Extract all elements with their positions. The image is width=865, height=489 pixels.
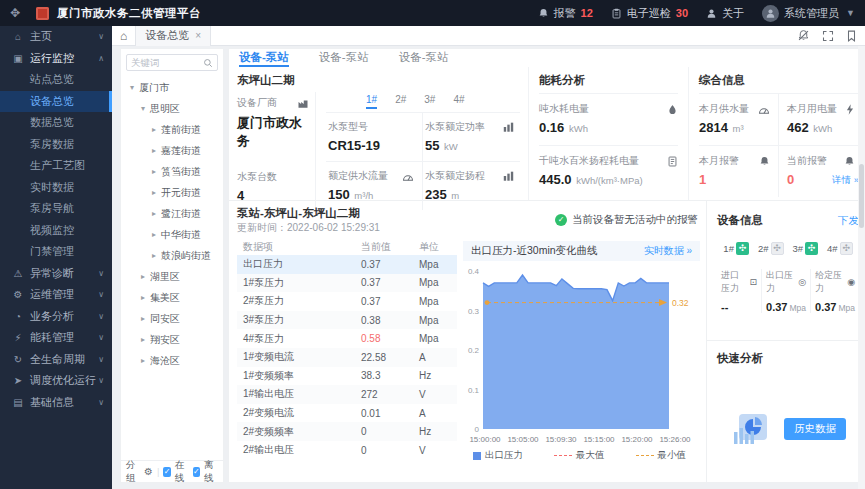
group-settings-icon[interactable]: ⚙ (144, 466, 153, 477)
tree-expand-icon[interactable]: ▸ (138, 293, 148, 302)
table-row[interactable]: 1#变频电流22.58A (237, 348, 457, 367)
legend-item-最大值[interactable]: 最大值 (554, 449, 605, 462)
sidebar-item-异常诊断[interactable]: ⚠异常诊断∨ (0, 263, 112, 285)
table-row[interactable]: 2#变频频率0Hz (237, 422, 457, 441)
tree-item-翔安区[interactable]: ▸翔安区 (121, 329, 223, 350)
legend-item-出口压力[interactable]: 出口压力 (473, 449, 523, 462)
tree-expand-icon[interactable]: ▸ (149, 251, 159, 260)
sidebar-item-全生命周期[interactable]: ↻全生命周期∨ (0, 349, 112, 371)
tree-item-莲前街道[interactable]: ▸莲前街道 (121, 119, 223, 140)
sidebar-item-能耗管理[interactable]: ⚡能耗管理∨ (0, 327, 112, 349)
tree-expand-icon[interactable]: ▸ (149, 188, 159, 197)
tree-item-海沧区[interactable]: ▸海沧区 (121, 350, 223, 371)
close-tab-icon[interactable]: × (195, 30, 201, 41)
sidebar-item-running-monitor[interactable]: ▣ 运行监控 ∧ (0, 48, 112, 70)
table-row[interactable]: 出口压力0.37Mpa (237, 255, 457, 274)
tree-item-鹭江街道[interactable]: ▸鹭江街道 (121, 203, 223, 224)
sidebar-subitem-门禁管理[interactable]: 门禁管理 (0, 241, 112, 263)
table-row[interactable]: 1#输出电压272V (237, 385, 457, 404)
sidebar-subitem-设备总览[interactable]: 设备总览 (0, 91, 112, 113)
tree-expand-icon[interactable]: ▸ (138, 314, 148, 323)
tree-expand-icon[interactable]: ▸ (149, 146, 159, 155)
app-title: 厦门市政水务二供管理平台 (57, 6, 201, 21)
tree-expand-icon[interactable]: ▸ (138, 272, 148, 281)
mute-notifications-icon[interactable] (797, 29, 810, 42)
search-icon[interactable] (203, 58, 213, 68)
tree-collapse-icon[interactable]: ▾ (127, 83, 137, 92)
sidebar-item-业务分析[interactable]: ◔业务分析∨ (0, 306, 112, 328)
pump-tab-4#[interactable]: 4# (453, 94, 464, 109)
table-row[interactable]: 2#泵压力0.37Mpa (237, 292, 457, 311)
sidebar-subitem-实时数据[interactable]: 实时数据 (0, 177, 112, 199)
tree-expand-icon[interactable]: ▸ (149, 125, 159, 134)
pump-tab-2#[interactable]: 2# (395, 94, 406, 109)
tree-search-input[interactable] (131, 57, 201, 68)
sidebar-item-调度优化运行[interactable]: ➤调度优化运行∨ (0, 370, 112, 392)
about-menu[interactable]: 关于 (706, 6, 744, 21)
realtime-data-link[interactable]: 实时数据 » (644, 244, 692, 258)
user-menu[interactable]: 系统管理员 ▼ (762, 5, 855, 22)
history-data-button[interactable]: 历史数据 (784, 418, 846, 440)
tree-expand-icon[interactable]: ▸ (149, 167, 159, 176)
pump-status-1#[interactable]: 1#✣ (723, 242, 749, 255)
tree-item-厦门市[interactable]: ▾厦门市 (121, 77, 223, 98)
sidebar-subitem-泵房导航[interactable]: 泵房导航 (0, 198, 112, 220)
inspection-menu[interactable]: 电子巡检 30 (611, 6, 688, 21)
tree-item-鼓浪屿街道[interactable]: ▸鼓浪屿街道 (121, 245, 223, 266)
pump-tab-1#[interactable]: 1# (366, 94, 377, 109)
table-row[interactable]: 1#泵压力0.37Mpa (237, 274, 457, 293)
sidebar-item-基础信息[interactable]: ▤基础信息∨ (0, 392, 112, 414)
tab-device-pump-station-3[interactable]: 设备-泵站 (399, 49, 449, 67)
tab-device-pump-station-1[interactable]: 设备-泵站 (239, 49, 289, 67)
tree-item-思明区[interactable]: ▾思明区 (121, 98, 223, 119)
tree-item-湖里区[interactable]: ▸湖里区 (121, 266, 223, 287)
tree-item-筼筜街道[interactable]: ▸筼筜街道 (121, 161, 223, 182)
fullscreen-icon[interactable] (822, 30, 834, 42)
tab-device-pump-station-2[interactable]: 设备-泵站 (319, 49, 369, 67)
tree-item-嘉莲街道[interactable]: ▸嘉莲街道 (121, 140, 223, 161)
sidebar-subitem-生产工艺图[interactable]: 生产工艺图 (0, 155, 112, 177)
send-command-link[interactable]: 下发 (838, 214, 859, 228)
sidebar-subitem-泵房数据[interactable]: 泵房数据 (0, 134, 112, 156)
open-page-tab[interactable]: 设备总览 × (135, 26, 211, 46)
tree-expand-icon[interactable]: ▸ (149, 209, 159, 218)
realtime-data-table: 数据项当前值单位出口压力0.37Mpa1#泵压力0.37Mpa2#泵压力0.37… (229, 239, 457, 482)
alarm-menu[interactable]: 报警 12 (538, 6, 593, 21)
sidebar-subitem-数据总览[interactable]: 数据总览 (0, 112, 112, 134)
sidebar-item-运维管理[interactable]: ⚙运维管理∨ (0, 284, 112, 306)
online-checkbox[interactable]: ✓ (163, 467, 170, 477)
tree-collapse-icon[interactable]: ▾ (138, 104, 148, 113)
legend-item-最小值[interactable]: 最小值 (636, 449, 687, 462)
table-row[interactable]: 2#变频电流0.01A (237, 404, 457, 423)
tree-item-中华街道[interactable]: ▸中华街道 (121, 224, 223, 245)
sidebar-subitem-视频监控[interactable]: 视频监控 (0, 220, 112, 242)
pump-tab-3#[interactable]: 3# (424, 94, 435, 109)
sidebar-item-label: 调度优化运行 (30, 373, 96, 388)
sidebar-subitem-站点总览[interactable]: 站点总览 (0, 69, 112, 91)
tree-expand-icon[interactable]: ▸ (149, 230, 159, 239)
table-row[interactable]: 3#泵压力0.38Mpa (237, 311, 457, 330)
tree-expand-icon[interactable]: ▸ (138, 335, 148, 344)
home-tab-icon[interactable]: ⌂ (120, 29, 127, 43)
tree-item-开元街道[interactable]: ▸开元街道 (121, 182, 223, 203)
bookmark-icon[interactable] (846, 30, 857, 42)
table-row[interactable]: 2#输出电压0V (237, 441, 457, 460)
pump-status-3#[interactable]: 3#✣ (793, 242, 819, 255)
offline-checkbox[interactable]: ✓ (193, 467, 200, 477)
sidebar-item-home[interactable]: ⌂ 主页 ∨ (0, 26, 112, 48)
tree-expand-icon[interactable]: ▸ (138, 356, 148, 365)
table-row[interactable]: 4#泵压力0.58Mpa (237, 329, 457, 348)
table-row[interactable]: 1#变频频率38.3Hz (237, 367, 457, 386)
alarm-detail-link[interactable]: 详情 » (832, 174, 859, 187)
device-stat-label: 给定压力 (815, 269, 843, 295)
layout-toggle-icon[interactable]: ✥ (10, 6, 20, 20)
scrollbar-thumb[interactable] (859, 164, 864, 228)
pump-status-2#[interactable]: 2#✣ (758, 242, 784, 255)
update-time: 更新时间：2022-06-02 15:29:31 (237, 221, 380, 234)
tree-item-label: 嘉莲街道 (161, 144, 201, 158)
tree-item-同安区[interactable]: ▸同安区 (121, 308, 223, 329)
vertical-scrollbar[interactable] (858, 46, 865, 489)
tree-item-集美区[interactable]: ▸集美区 (121, 287, 223, 308)
pump-status-4#[interactable]: 4#✣ (827, 242, 853, 255)
pump-status-row: 1#✣2#✣3#✣4#✣ (717, 242, 859, 255)
